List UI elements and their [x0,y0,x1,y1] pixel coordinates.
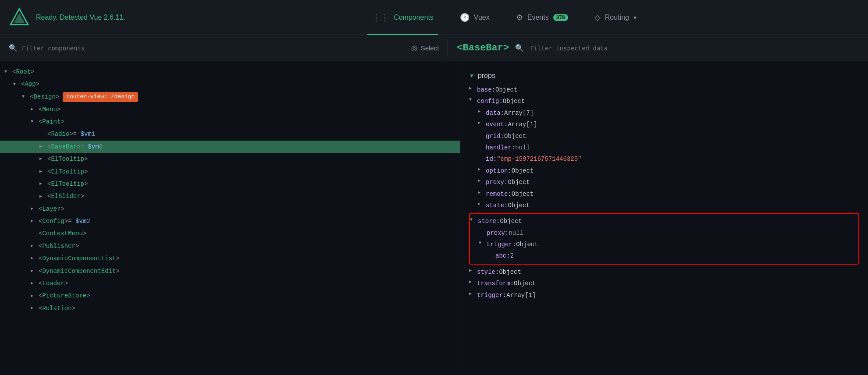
prop-arrow-config_event [478,120,484,127]
prop-row-config_grid[interactable]: grid: Object [469,131,859,142]
prop-arrow-config_remote [478,189,484,196]
events-icon: ⚙ [516,13,523,22]
tree-arrow-publisher [31,243,37,250]
main-content: <Root><App><Design>router-view: /design<… [0,61,868,375]
tree-item-eltooltip3[interactable]: <ElTooltip> [0,178,460,190]
search-icon: 🔍 [9,44,18,53]
tree-arrow-config [31,218,37,225]
props-highlight-box: store: Objectproxy: nulltrigger: Objecta… [469,213,859,265]
tree-item-paint[interactable]: <Paint> [0,116,460,128]
tree-item-picturestore[interactable]: <PictureStore> [0,290,460,302]
navbar: Ready. Detected Vue 2.6.11. ⋮⋮ Component… [0,0,868,35]
tree-item-menu[interactable]: <Menu> [0,103,460,116]
prop-row-store_trigger_abc[interactable]: abc: 2 [470,250,858,262]
prop-row-config_event[interactable]: event: Array[1] [469,119,859,130]
prop-row-store_proxy[interactable]: proxy: null [470,227,858,239]
prop-row-config_state[interactable]: state: Object [469,200,859,211]
tree-arrow-menu [31,106,37,113]
vuex-icon: 🕐 [460,13,470,22]
tree-item-basebar[interactable]: <BaseBar> = $vm0 [0,141,460,153]
prop-row-style[interactable]: style: Object [469,266,859,278]
prop-row-trigger[interactable]: trigger: Array[1] [469,290,859,301]
vue-logo-icon [9,7,30,28]
tree-item-radio[interactable]: <Radio> = $vm1 [0,128,460,140]
prop-arrow-config_data [478,108,484,115]
props-section-label: props [478,72,495,80]
logo-text: Ready. Detected Vue 2.6.11. [36,14,125,21]
tree-item-design[interactable]: <Design>router-view: /design [0,91,460,103]
filter-area: 🔍 [9,44,411,53]
prop-arrow-style [469,267,475,274]
tree-arrow-layer [31,205,37,212]
tab-events[interactable]: ⚙ Events 378 [512,0,573,35]
props-section-header: ▼ props [469,72,859,80]
prop-row-config_remote[interactable]: remote: Object [469,188,859,200]
tree-arrow-root [4,68,11,75]
prop-row-store_trigger[interactable]: trigger: Object [470,239,858,250]
tree-item-app[interactable]: <App> [0,78,460,90]
tree-arrow-loader [31,280,37,287]
tree-arrow-dynamiccomponentlist [31,255,37,262]
props-panel: ▼ props base: Objectconfig: Objectdata: … [460,61,868,375]
tree-arrow-dynamiccomponentedit [31,268,37,275]
tab-events-label: Events [527,14,549,21]
props-section-arrow: ▼ [469,73,474,79]
tree-arrow-eltooltip2 [39,168,46,175]
props-section: ▼ props base: Objectconfig: Objectdata: … [460,66,868,307]
tree-item-loader[interactable]: <Loader> [0,277,460,290]
components-icon: ⋮⋮ [372,12,389,23]
tree-arrow-elslider [39,193,46,200]
tree-item-relation[interactable]: <Relation> [0,302,460,315]
select-icon: ◎ [411,44,417,52]
logo-area: Ready. Detected Vue 2.6.11. [9,7,149,28]
component-tree: <Root><App><Design>router-view: /design<… [0,61,460,375]
prop-row-config[interactable]: config: Object [469,96,859,107]
tree-item-root[interactable]: <Root> [0,66,460,78]
prop-arrow-trigger [469,290,475,297]
tree-item-elslider[interactable]: <ElSlider> [0,190,460,202]
toolbar: 🔍 ◎ Select <BaseBar> 🔍 [0,35,868,61]
filter-components-input[interactable] [22,45,153,52]
routing-dropdown-icon: ▾ [633,14,637,21]
tree-arrow-app [13,81,19,88]
tree-item-eltooltip2[interactable]: <ElTooltip> [0,166,460,178]
tree-item-dynamiccomponentedit[interactable]: <DynamicComponentEdit> [0,265,460,277]
tree-item-layer[interactable]: <Layer> [0,203,460,215]
prop-arrow-store [470,216,476,223]
filter-inspected-input[interactable] [530,45,608,52]
prop-arrow-config_option [478,166,484,173]
inspected-component-title: <BaseBar> [457,42,509,53]
prop-row-config_proxy[interactable]: proxy: Object [469,177,859,188]
select-button[interactable]: ◎ Select [411,44,439,52]
tree-arrow-picturestore [31,293,37,300]
tab-components[interactable]: ⋮⋮ Components [367,0,438,35]
prop-row-config_id[interactable]: id: "cmp-15972167571446325" [469,153,859,165]
events-badge: 378 [553,14,568,21]
router-badge-design: router-view: /design [63,92,138,102]
tree-arrow-eltooltip1 [39,156,46,163]
tree-item-config[interactable]: <Config> = $vm2 [0,215,460,227]
nav-tabs: ⋮⋮ Components 🕐 Vuex ⚙ Events 378 ◇ Rout… [149,0,859,35]
prop-row-transform[interactable]: transform: Object [469,278,859,289]
prop-row-base[interactable]: base: Object [469,84,859,96]
tab-vuex[interactable]: 🕐 Vuex [455,0,494,35]
tree-arrow-paint [31,118,37,125]
tree-item-contextmenu[interactable]: <ContextMenu> [0,227,460,240]
select-label: Select [421,44,439,52]
prop-arrow-config [469,96,475,103]
tab-routing[interactable]: ◇ Routing ▾ [590,0,641,35]
prop-arrow-base [469,85,475,92]
tree-arrow-relation [31,305,37,312]
tab-routing-label: Routing [605,14,629,21]
prop-row-store[interactable]: store: Object [470,216,858,227]
filter-inspected-icon: 🔍 [515,44,524,53]
tree-item-eltooltip1[interactable]: <ElTooltip> [0,153,460,165]
prop-row-config_option[interactable]: option: Object [469,165,859,177]
prop-row-config_handler[interactable]: handler: null [469,142,859,153]
prop-row-config_data[interactable]: data: Array[7] [469,107,859,119]
prop-arrow-store_trigger [479,240,485,247]
prop-arrow-config_state [478,201,484,208]
tree-item-publisher[interactable]: <Publisher> [0,240,460,252]
tree-item-dynamiccomponentlist[interactable]: <DynamicComponentList> [0,252,460,265]
tab-vuex-label: Vuex [474,14,490,21]
